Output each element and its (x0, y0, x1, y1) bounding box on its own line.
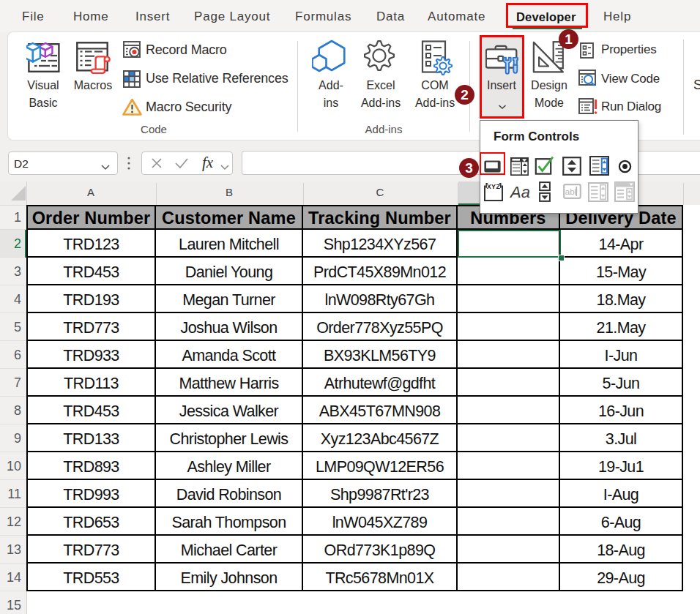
svg-text:abl: abl (565, 187, 576, 196)
svg-text:XYZ: XYZ (487, 183, 501, 190)
